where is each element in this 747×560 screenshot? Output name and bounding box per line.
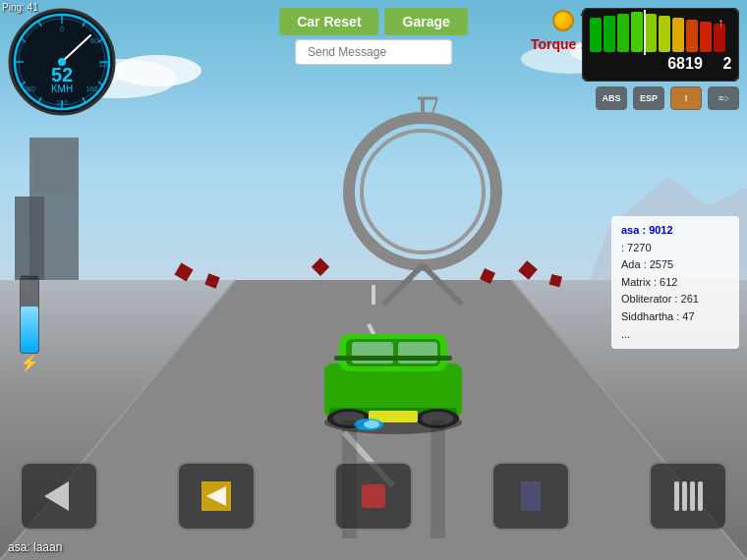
- svg-text:120: 120: [98, 61, 110, 68]
- hud-icons-row: ABS ESP ! ≡○: [596, 86, 739, 110]
- svg-text:280: 280: [24, 85, 35, 92]
- top-center-hud: Car Reset Garage: [279, 8, 468, 65]
- handbrake-button[interactable]: [491, 462, 570, 531]
- leaderboard-entry: asa : 9012: [621, 222, 729, 240]
- username-display: asa: laaan: [8, 540, 62, 554]
- svg-rect-94: [682, 481, 687, 511]
- svg-rect-78: [645, 14, 657, 52]
- bottom-controls: [0, 462, 747, 531]
- svg-rect-79: [659, 16, 670, 52]
- svg-rect-16: [34, 142, 74, 192]
- car-reset-button[interactable]: Car Reset: [279, 8, 378, 35]
- nitro-fill: [21, 307, 38, 353]
- leaderboard-entry: Obliterator : 261: [621, 291, 729, 308]
- svg-rect-77: [631, 12, 643, 52]
- svg-rect-76: [617, 14, 629, 52]
- svg-text:↑: ↑: [718, 15, 724, 30]
- rpm-gauge-svg: 6819 2 ↑: [582, 8, 739, 82]
- leaderboard-entry: Siddhartha : 47: [621, 308, 729, 326]
- svg-text:52: 52: [51, 64, 73, 85]
- leaderboard-entry: : 7270: [621, 240, 729, 257]
- svg-rect-75: [603, 16, 615, 52]
- svg-text:180: 180: [86, 85, 97, 92]
- speedometer: 0 60 120 180 240 280 52 KMH: [8, 8, 116, 116]
- svg-rect-80: [672, 18, 684, 52]
- svg-rect-81: [686, 20, 698, 52]
- svg-rect-91: [362, 484, 385, 508]
- abs-button[interactable]: ABS: [596, 86, 627, 110]
- warning-button[interactable]: !: [670, 86, 702, 110]
- leaderboard-entry: Ada : 2575: [621, 256, 729, 274]
- rpm-gauge: 6819 2 ↑: [582, 8, 739, 96]
- svg-marker-88: [44, 481, 69, 511]
- leaderboard-entry: ...: [621, 326, 729, 344]
- leaderboard-entry: Matrix : 612: [621, 274, 729, 292]
- svg-text:2: 2: [723, 55, 732, 72]
- svg-rect-96: [698, 481, 703, 511]
- leaderboard-panel: asa : 9012 : 7270 Ada : 2575 Matrix : 61…: [611, 216, 739, 349]
- svg-text:6819: 6819: [667, 55, 703, 72]
- svg-rect-38: [334, 356, 452, 361]
- svg-text:KMH: KMH: [51, 84, 73, 94]
- esp-button[interactable]: ESP: [633, 86, 664, 110]
- svg-text:240: 240: [56, 99, 68, 106]
- svg-text:60: 60: [90, 37, 98, 44]
- svg-rect-95: [690, 481, 695, 511]
- send-message-input[interactable]: [295, 39, 452, 65]
- steer-left-button[interactable]: [20, 462, 98, 531]
- game-container: Ping: 41 Car Reset Garage 7,326 Torque :…: [0, 0, 747, 560]
- accelerate-button[interactable]: [177, 462, 256, 531]
- garage-button[interactable]: Garage: [385, 8, 468, 35]
- action-buttons-row: Car Reset Garage: [279, 8, 468, 35]
- nitro-icon: ⚡: [20, 354, 39, 372]
- svg-text:0: 0: [60, 26, 64, 32]
- svg-marker-92: [521, 481, 541, 511]
- svg-rect-82: [700, 22, 712, 52]
- svg-rect-74: [590, 18, 602, 52]
- settings-button[interactable]: ≡○: [708, 86, 739, 110]
- brake-button[interactable]: [334, 462, 413, 531]
- coin-icon: [552, 10, 574, 31]
- svg-point-45: [364, 420, 379, 428]
- speedometer-gauge: 0 60 120 180 240 280 52 KMH: [8, 8, 116, 116]
- boost-button[interactable]: [649, 462, 727, 531]
- svg-rect-17: [15, 196, 44, 280]
- svg-point-3: [113, 55, 201, 86]
- svg-rect-93: [674, 481, 679, 511]
- nitro-bar: ⚡: [20, 275, 39, 354]
